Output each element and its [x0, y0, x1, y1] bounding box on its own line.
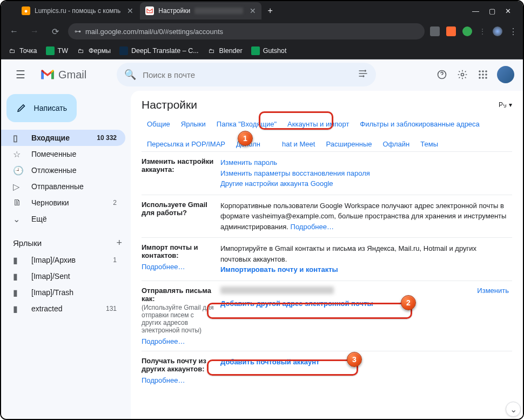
tab-accounts[interactable]: Аккаунты и импорт — [282, 117, 354, 131]
section-content: Изменить пароль Изменить параметры восст… — [220, 157, 509, 189]
section-label-text: Отправлять письма как: — [142, 286, 211, 303]
svg-point-9 — [485, 74, 487, 76]
settings-tabs-row1: Общие Ярлыки Папка "Входящие" Аккаунты и… — [142, 117, 512, 131]
close-icon[interactable]: ✕ — [250, 6, 256, 15]
link-more[interactable]: Подробнее… — [142, 337, 215, 345]
link-more[interactable]: Подробнее… — [142, 263, 215, 271]
tab-filters[interactable]: Фильтры и заблокированные адреса — [354, 117, 485, 131]
minimize-icon[interactable]: ― — [472, 7, 479, 15]
main-menu-icon[interactable]: ☰ — [10, 64, 31, 85]
menu-icon[interactable]: ⋮ — [509, 26, 518, 37]
url-field[interactable]: ⊶ mail.google.com/mail/u/0/#settings/acc… — [68, 23, 425, 39]
forward-button[interactable]: → — [27, 24, 42, 39]
section-label: Получать почту из других аккаунтов: Подр… — [142, 357, 220, 384]
gmail-brand-text: Gmail — [58, 69, 86, 81]
section-text: Корпоративные пользователи Google Worksp… — [220, 202, 506, 231]
label-text: [Imap]/Trash — [31, 288, 73, 297]
section-label-text: Импорт почты и контактов: — [142, 243, 198, 259]
label-text: extracted — [31, 304, 63, 313]
label-item[interactable]: ▮[Imap]/Sent — [1, 268, 125, 284]
apps-icon[interactable] — [476, 68, 489, 81]
ext-icon[interactable] — [430, 26, 440, 36]
bookmark-label: Blender — [219, 47, 243, 55]
bookmark-item[interactable]: DeepL Translate – С... — [119, 46, 199, 55]
nav-drafts[interactable]: 🗎Черновики2 — [1, 195, 125, 211]
back-button[interactable]: ← — [6, 24, 22, 39]
section-account: Изменить настройки аккаунта: Изменить па… — [142, 151, 512, 195]
link-other-settings[interactable]: Другие настройки аккаунта Google — [220, 179, 333, 188]
label-icon: ▮ — [13, 304, 23, 314]
link-change-password[interactable]: Изменить пароль — [220, 158, 277, 166]
tab-offline[interactable]: Офлайн — [377, 137, 415, 151]
nav-snoozed[interactable]: 🕘Отложенные — [1, 162, 125, 178]
browser-chrome: ● Lumpics.ru - помощь с компь ✕ Настройк… — [1, 1, 523, 59]
link-more[interactable]: Подробнее… — [291, 223, 334, 231]
language-selector[interactable]: Рꭚ▾ — [499, 101, 512, 109]
label-item[interactable]: ▮[Imap]/Trash — [1, 284, 125, 301]
bookmark-item[interactable]: TW — [46, 46, 68, 55]
ext-icon[interactable] — [462, 26, 472, 36]
draft-icon: 🗎 — [13, 198, 23, 208]
browser-tab-active[interactable]: Настройки ✕ — [140, 2, 261, 19]
link-edit[interactable]: Изменить — [477, 286, 509, 295]
extension-icons: ⋮ ⋮ — [430, 26, 518, 37]
search-input[interactable] — [143, 70, 351, 79]
avatar[interactable] — [497, 66, 514, 83]
search-box[interactable]: 🔍 — [117, 63, 376, 86]
tab-chat[interactable]: hat и Meet — [277, 137, 320, 151]
tab-labels[interactable]: Ярлыки — [176, 117, 211, 131]
tab-inbox[interactable]: Папка "Входящие" — [211, 117, 282, 131]
nav-starred[interactable]: ☆Помеченные — [1, 146, 125, 162]
search-options-icon[interactable] — [358, 68, 368, 82]
site-info-icon[interactable]: ⊶ — [75, 28, 81, 35]
nav-more[interactable]: ⌄Ещё — [1, 211, 125, 227]
bookmark-item[interactable]: 🗀Blender — [207, 46, 243, 55]
label-item[interactable]: ▮extracted131 — [1, 301, 125, 317]
section-label-text: Получать почту из других аккаунтов: — [142, 357, 206, 373]
label-item[interactable]: ▮[Imap]/Архив1 — [1, 252, 125, 268]
compose-button[interactable]: Написать — [6, 94, 77, 122]
favicon-icon — [145, 6, 154, 15]
browser-tab[interactable]: ● Lumpics.ru - помощь с компь ✕ — [16, 2, 139, 19]
svg-point-8 — [482, 74, 484, 76]
nav-count: 2 — [113, 199, 117, 206]
section-import: Импорт почты и контактов: Подробнее… Имп… — [142, 237, 512, 281]
link-recovery[interactable]: Изменить параметры восстановления пароля — [220, 169, 370, 177]
settings-icon[interactable] — [456, 68, 469, 81]
section-sub: (Используйте Gmail для отправки писем с … — [142, 304, 215, 334]
link-more[interactable]: Подробнее… — [142, 376, 215, 384]
nav-inbox[interactable]: ▯Входящие10 332 — [1, 130, 125, 146]
link-add-account[interactable]: Добавить почтовый аккаунт — [220, 358, 319, 366]
scroll-down-icon[interactable]: ⌄ — [506, 402, 521, 417]
maximize-icon[interactable]: ▢ — [489, 7, 495, 15]
profile-icon[interactable] — [493, 26, 502, 36]
new-tab-button[interactable]: + — [263, 3, 278, 18]
nav-label: Черновики — [31, 198, 69, 207]
bookmark-item[interactable]: 🗀Точка — [8, 46, 37, 55]
ext-icon[interactable] — [446, 26, 456, 36]
gmail-logo[interactable]: Gmail — [40, 69, 86, 81]
bookmark-item[interactable]: 🗀Фермы — [77, 46, 111, 55]
help-icon[interactable] — [435, 68, 448, 81]
nav-sent[interactable]: ▷Отправленные — [1, 178, 125, 195]
bookmark-item[interactable]: Gutshot — [251, 46, 287, 55]
favicon-icon: ● — [22, 6, 30, 15]
close-window-icon[interactable]: ✕ — [505, 7, 511, 15]
search-icon[interactable]: 🔍 — [124, 69, 136, 81]
svg-point-1 — [362, 75, 364, 77]
link-import-mail[interactable]: Импортировать почту и контакты — [220, 265, 338, 274]
nav-label: Отправленные — [31, 182, 84, 191]
tab-themes[interactable]: Темы — [415, 137, 444, 151]
tab-advanced[interactable]: Расширенные — [320, 137, 377, 151]
star-icon: ☆ — [13, 149, 23, 159]
link-add-sendas[interactable]: Добавить другой адрес электронной почты — [220, 299, 373, 308]
section-content: Добавить почтовый аккаунт — [220, 357, 509, 384]
close-icon[interactable]: ✕ — [127, 6, 133, 15]
window-controls: ― ▢ ✕ — [472, 7, 519, 15]
tab-general[interactable]: Общие — [142, 117, 176, 131]
add-label-icon[interactable]: + — [116, 237, 122, 249]
reload-button[interactable]: ⟳ — [48, 24, 63, 39]
section-label: Отправлять письма как: (Используйте Gmai… — [142, 286, 220, 345]
tab-forwarding[interactable]: Пересылка и POP/IMAP — [142, 137, 231, 151]
section-text: Импортируйте в Gmail контакты и письма и… — [220, 244, 476, 263]
